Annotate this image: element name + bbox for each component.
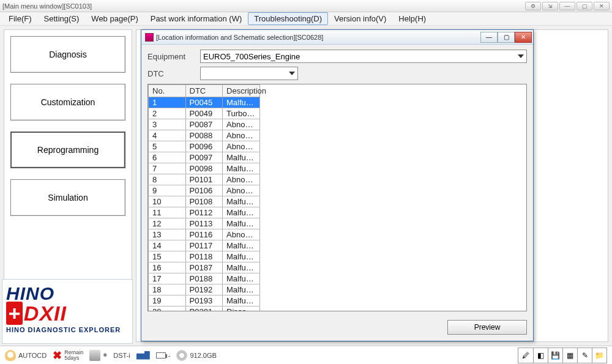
cell-dtc: P0192 [185, 284, 223, 295]
pencil-icon[interactable]: 🖉 [518, 348, 533, 363]
table-row[interactable]: 19P0193Malfunction of common rail pressu… [148, 295, 260, 306]
status-battery: - [156, 352, 171, 359]
cell-no: 3 [149, 119, 186, 130]
cell-dtc: P0096 [185, 141, 223, 152]
menu-troubleshootingd[interactable]: Troubleshooting(D) [248, 12, 328, 25]
menu-filef[interactable]: File(F) [2, 12, 38, 25]
cell-no: 1 [149, 97, 186, 108]
cell-desc: Malfunction of intake manifold temperatu… [223, 152, 260, 163]
table-row[interactable]: 12P0113Malfunction of intake air tempera… [148, 218, 260, 229]
edit-icon[interactable]: ✎ [577, 348, 592, 363]
cell-desc: Malfunction of fuel temperature sensor (… [223, 262, 260, 273]
dialog-maximize-button[interactable]: ▢ [498, 32, 515, 43]
folder-icon[interactable]: 📁 [592, 348, 606, 363]
logo-line2: +DXII [6, 303, 129, 324]
cell-no: 17 [149, 273, 186, 284]
cell-no: 18 [149, 284, 186, 295]
toolbar-right: 🖉 ◧ 💾 ▦ ✎ 📁 [518, 347, 607, 363]
col-no[interactable]: No. [149, 85, 186, 97]
cell-dtc: P0193 [185, 295, 223, 306]
cell-dtc: P0118 [185, 251, 223, 262]
table-row[interactable]: 9P0106Abnormality in boost pressure sens… [148, 185, 260, 196]
left-panel: DiagnosisCustomizationReprogrammingSimul… [4, 29, 132, 342]
dialog-minimize-button[interactable]: — [480, 32, 498, 43]
cell-no: 15 [149, 251, 186, 262]
dtc-dialog: [Location information and Schematic sele… [141, 29, 534, 341]
dtc-dropdown[interactable] [200, 67, 298, 80]
eraser-icon[interactable]: ◧ [533, 348, 548, 363]
status-remain: ✖ Remain5days [53, 349, 83, 362]
cell-no: 10 [149, 196, 186, 207]
cell-no: 4 [149, 130, 186, 141]
cell-desc: Abnormality in characteristics of intake… [223, 141, 260, 152]
minimize-button[interactable]: — [559, 2, 575, 10]
cell-desc: Malfunction of fuel temperature sensor (… [223, 273, 260, 284]
menu-settings[interactable]: Setting(S) [38, 12, 86, 25]
cell-desc: Abnormality in boost pressure sensor cha… [223, 185, 260, 196]
cell-desc: Malfunction of common rail pressure sens… [223, 295, 260, 306]
cell-desc: Malfunction of coolant temperature senso… [223, 251, 260, 262]
nav-diagnosis[interactable]: Diagnosis [10, 36, 125, 73]
cell-dtc: P0112 [185, 207, 223, 218]
menu-webpagep[interactable]: Web page(P) [85, 12, 144, 25]
cell-no: 16 [149, 262, 186, 273]
col-dtc[interactable]: DTC [185, 85, 223, 97]
device-icon [89, 350, 100, 361]
nav-customization[interactable]: Customization [10, 84, 125, 121]
cell-no: 13 [149, 229, 186, 240]
dtc-table: No. DTC Description 1P0045Malfunction of… [147, 84, 527, 311]
table-row[interactable]: 20P0201Disconnection of solenoid valve d… [148, 306, 260, 311]
cell-desc: Malfunction of intake air temperature se… [223, 218, 260, 229]
table-row[interactable]: 16P0187Malfunction of fuel temperature s… [148, 262, 260, 273]
table-row[interactable]: 5P0096Abnormality in characteristics of … [148, 141, 260, 152]
cell-no: 12 [149, 218, 186, 229]
equipment-label: Equipment [147, 52, 196, 61]
menu-pastworkinformationw[interactable]: Past work information (W) [144, 12, 248, 25]
cell-dtc: P0045 [185, 97, 223, 108]
cell-no: 8 [149, 174, 186, 185]
cell-dtc: P0117 [185, 240, 223, 251]
table-row[interactable]: 6P0097Malfunction of intake manifold tem… [148, 152, 260, 163]
table-row[interactable]: 4P0088Abnormality in common rail pressur… [148, 130, 260, 141]
logo-subtitle: HINO DIAGNOSTIC EXPLORER [6, 326, 129, 333]
menu-helph[interactable]: Help(H) [392, 12, 432, 25]
dialog-titlebar[interactable]: [Location information and Schematic sele… [141, 30, 533, 45]
table-row[interactable]: 14P0117Malfunction of coolant temperatur… [148, 240, 260, 251]
cell-no: 6 [149, 152, 186, 163]
cell-dtc: P0098 [185, 163, 223, 174]
table-row[interactable]: 2P0049Turbocharger revolution overrun [148, 108, 260, 119]
cell-desc: Malfunction of boost pressure sensor (Hi… [223, 196, 260, 207]
col-desc[interactable]: Description [223, 85, 260, 97]
preview-button[interactable]: Preview [447, 320, 527, 335]
maximize-button[interactable]: ▢ [577, 2, 592, 10]
table-row[interactable]: 7P0098Malfunction of intake manifold tem… [148, 163, 260, 174]
cell-dtc: P0113 [185, 218, 223, 229]
cell-dtc: P0116 [185, 229, 223, 240]
close-button[interactable]: ✕ [594, 2, 610, 10]
table-row[interactable]: 17P0188Malfunction of fuel temperature s… [148, 273, 260, 284]
table-row[interactable]: 8P0101Abnormality in characteristics of … [148, 174, 260, 185]
table-row[interactable]: 15P0118Malfunction of coolant temperatur… [148, 251, 260, 262]
expand-icon[interactable]: ⇲ [542, 2, 558, 10]
table-row[interactable]: 18P0192Malfunction of common rail pressu… [148, 284, 260, 295]
table-row[interactable]: 11P0112Malfunction of intake air tempera… [148, 207, 260, 218]
dialog-close-button[interactable]: ✕ [515, 32, 532, 43]
grid-icon[interactable]: ▦ [562, 348, 577, 363]
cell-desc: Abnormality in coolant temperature senso… [223, 229, 260, 240]
equipment-dropdown[interactable]: EURO5_700Series_Engine [200, 50, 527, 63]
cell-desc: Malfunction of common rail pressure sens… [223, 284, 260, 295]
menu-versioninfov[interactable]: Version info(V) [328, 12, 392, 25]
table-row[interactable]: 1P0045Malfunction of VNT actuator [148, 97, 260, 108]
table-row[interactable]: 3P0087Abnormality in common rail pressur… [148, 119, 260, 130]
cell-dtc: P0108 [185, 196, 223, 207]
cell-no: 7 [149, 163, 186, 174]
cell-desc: Malfunction of intake manifold temperatu… [223, 163, 260, 174]
x-icon: ✖ [53, 349, 62, 362]
dialog-icon [145, 33, 154, 42]
table-row[interactable]: 10P0108Malfunction of boost pressure sen… [148, 196, 260, 207]
nav-simulation[interactable]: Simulation [10, 179, 125, 216]
nav-reprogramming[interactable]: Reprogramming [10, 132, 125, 168]
settings-icon[interactable]: ⚙ [525, 2, 541, 10]
table-row[interactable]: 13P0116Abnormality in coolant temperatur… [148, 229, 260, 240]
save-icon[interactable]: 💾 [548, 348, 562, 363]
